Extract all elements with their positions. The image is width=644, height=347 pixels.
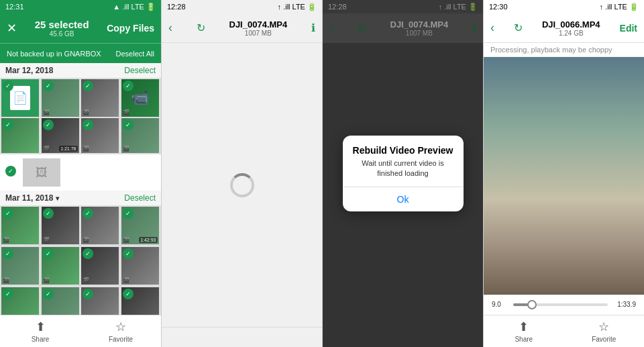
- check-badge: ✓: [3, 248, 13, 259]
- doc-icon: 📄: [10, 86, 30, 110]
- edit-button[interactable]: Edit: [620, 23, 637, 34]
- thumb-item[interactable]: ✓ 🎬: [81, 207, 119, 244]
- check-badge: ✓: [3, 119, 13, 130]
- time-4: 12:30: [489, 3, 508, 11]
- thumb-grid-mar11-3: ✓ 🎬 ✓ 🎬 ✓ ✓: [0, 286, 161, 315]
- video-title-4: DJI_0066.MP4: [542, 19, 600, 30]
- favorite-label-4: Favorite: [592, 336, 616, 343]
- video-icon-badge: 🎬: [43, 277, 50, 283]
- panel2-bottom-area: [162, 327, 322, 347]
- video-title-2: DJI_0074.MP4: [229, 19, 288, 30]
- thumb-item[interactable]: ✓ 🎬 1:42:93: [121, 207, 159, 244]
- copy-files-button[interactable]: Copy Files: [107, 23, 154, 34]
- broken-thumb[interactable]: 🖼: [23, 158, 60, 187]
- loading-spinner: [230, 173, 254, 197]
- thumb-item[interactable]: ✓ 🎬: [1, 207, 39, 244]
- thumb-item[interactable]: ✓ 🎬: [42, 247, 79, 285]
- check-badge: ✓: [5, 166, 16, 177]
- check-badge: ✓: [83, 289, 93, 299]
- thumb-item[interactable]: ✓ 🎬: [121, 118, 159, 153]
- video-icon-badge: 🎬: [43, 109, 50, 115]
- video-size-2: 1007 MB: [245, 30, 272, 37]
- thumb-item[interactable]: ✓ 🎬: [121, 247, 159, 285]
- check-badge: ✓: [83, 81, 93, 91]
- check-badge: ✓: [83, 248, 93, 259]
- thumb-item[interactable]: ✓ 🎬: [42, 207, 79, 244]
- video-info-4: DJI_0066.MP4 1.24 GB: [542, 19, 600, 37]
- thumb-item[interactable]: ✓ 🎬: [42, 287, 79, 315]
- check-badge: ✓: [43, 289, 54, 299]
- video-info-2: DJI_0074.MP4 1007 MB: [229, 19, 288, 37]
- share-tab-4[interactable]: ⬆ Share: [484, 315, 564, 347]
- deselect-all-button[interactable]: Deselect All: [116, 50, 154, 58]
- thumb-item[interactable]: 📄 ✓: [1, 79, 39, 117]
- close-icon[interactable]: ✕: [7, 21, 17, 36]
- video-controls-4: 9.0 1:33.9: [484, 295, 644, 315]
- time-2: 12:28: [167, 3, 186, 11]
- check-badge: ✓: [83, 119, 93, 130]
- section-date-mar12: Mar 12, 2018: [5, 66, 53, 75]
- section-date-mar11: Mar 11, 2018 ▾: [5, 193, 59, 203]
- modal-ok-button[interactable]: Ok: [343, 187, 464, 211]
- check-badge: ✓: [83, 208, 93, 219]
- video-thumbnail-4: [484, 57, 644, 295]
- check-badge: ✓: [3, 289, 13, 299]
- scrubber-row: 9.0 1:33.9: [492, 301, 636, 308]
- info-icon-2[interactable]: ℹ: [311, 21, 315, 34]
- thumb-grid-mar11-2: ✓ 🎬 ✓ 🎬 ✓ 🎬 ✓ 🎬: [0, 246, 161, 286]
- thumb-grid-mar11-1: ✓ 🎬 ✓ 🎬 ✓ 🎬 ✓ 🎬 1:42:93: [0, 205, 161, 246]
- refresh-icon-4[interactable]: ↻: [514, 21, 523, 34]
- panel-video-controls: 12:30 ↑ .ill LTE 🔋 ‹ ↻ DJI_0066.MP4 1.24…: [483, 0, 644, 347]
- thumb-item[interactable]: ✓ 🎬: [81, 118, 119, 153]
- deselect-mar12[interactable]: Deselect: [124, 66, 156, 75]
- check-badge: ✓: [3, 81, 13, 91]
- share-icon-4: ⬆: [519, 319, 529, 334]
- panel-video-loading: 12:28 ↑ .ill LTE 🔋 ‹ ↻ DJI_0074.MP4 1007…: [161, 0, 322, 347]
- video-icon-badge: 🎬: [123, 146, 129, 152]
- processing-bar: Processing, playback may be choppy: [484, 43, 644, 57]
- video-icon-badge: 🎬: [83, 109, 89, 115]
- thumb-item[interactable]: 📹 ✓ 🎬: [121, 79, 159, 117]
- deselect-mar11[interactable]: Deselect: [124, 193, 156, 203]
- thumb-item[interactable]: ✓ 🎬: [81, 79, 119, 117]
- thumb-item[interactable]: ✓ 🎬 1:21:78: [42, 118, 79, 153]
- thumb-item[interactable]: ✓: [1, 118, 39, 153]
- thumb-item[interactable]: ✓ 🎬: [1, 287, 39, 315]
- processing-text: Processing, playback may be choppy: [490, 46, 612, 54]
- video-icon-badge: 🎬: [83, 146, 89, 152]
- refresh-icon-2[interactable]: ↻: [197, 21, 205, 34]
- scrubber-thumb[interactable]: [527, 300, 537, 309]
- favorite-tab[interactable]: ☆ Favorite: [80, 315, 161, 347]
- selection-info: 25 selected 45.6 GB: [35, 19, 89, 38]
- thumb-item[interactable]: ✓ 🎬: [1, 247, 39, 285]
- duration-badge: 1:42:93: [139, 237, 157, 243]
- selected-count: 25 selected: [35, 19, 89, 30]
- modal-overlay: Rebuild Video Preview Wait until current…: [323, 0, 483, 347]
- check-badge: ✓: [43, 248, 54, 259]
- chevron-down-icon: ▾: [56, 195, 59, 202]
- favorite-icon: ☆: [115, 319, 126, 334]
- thumb-item[interactable]: ✓ 🎬: [81, 247, 119, 285]
- thumb-row-durations: ✓ ✓ 🎬 1:21:78 ✓ 🎬 ✓ 🎬: [0, 118, 161, 154]
- back-icon-2[interactable]: ‹: [168, 21, 172, 35]
- not-backed-text: Not backed up in GNARBOX: [7, 50, 101, 58]
- share-tab[interactable]: ⬆ Share: [0, 315, 80, 347]
- video-header-4: ‹ ↻ DJI_0066.MP4 1.24 GB Edit: [484, 13, 644, 43]
- section-header-mar12: Mar 12, 2018 Deselect: [0, 63, 161, 78]
- scrubber-track[interactable]: [513, 303, 608, 306]
- favorite-tab-4[interactable]: ☆ Favorite: [564, 315, 645, 347]
- signal-battery-2: ↑ .ill LTE 🔋: [278, 3, 317, 11]
- section-header-mar11: Mar 11, 2018 ▾ Deselect: [0, 191, 161, 205]
- thumb-item[interactable]: ✓ 🎬: [42, 79, 79, 117]
- thumb-item[interactable]: ✓: [81, 287, 119, 315]
- back-icon-4[interactable]: ‹: [490, 21, 494, 35]
- thumb-item[interactable]: ✓: [121, 287, 159, 315]
- video-content-2: [162, 43, 322, 327]
- video-icon-badge: 🎬: [123, 277, 129, 283]
- check-badge: ✓: [123, 119, 133, 130]
- check-badge: ✓: [123, 289, 133, 299]
- check-badge: ✓: [123, 81, 133, 91]
- status-bar-1: 12:31 ▲ .ill LTE 🔋: [0, 0, 161, 13]
- modal-title: Rebuild Video Preview: [343, 136, 464, 158]
- video-area-4[interactable]: [484, 57, 644, 295]
